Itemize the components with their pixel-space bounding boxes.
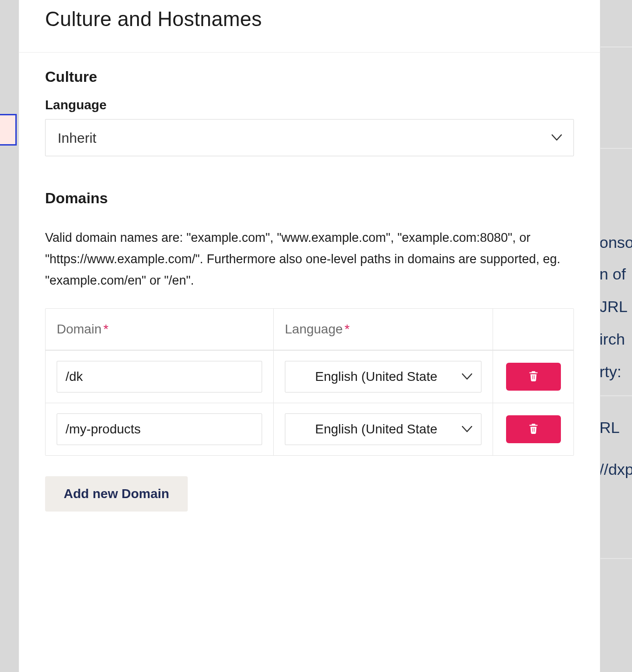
table-row: English (United State [46,350,573,403]
delete-row-button[interactable] [506,363,561,391]
dialog-body: Culture Language Inherit Domains Valid d… [19,53,600,512]
col-header-language-label: Language [285,322,343,336]
col-header-domain-label: Domain [57,322,101,336]
culture-hostnames-dialog: Culture and Hostnames Culture Language I… [19,0,600,672]
required-marker: * [345,322,350,336]
bg-text-fragment: onso [599,233,632,252]
col-header-language: Language* [273,309,493,350]
domain-input[interactable] [57,361,262,393]
trash-icon [527,422,540,436]
dialog-header: Culture and Hostnames [19,0,600,53]
col-header-actions [493,309,573,350]
actions-cell [493,351,573,403]
language-select[interactable]: Inherit [45,119,574,156]
language-select-wrap: Inherit [45,119,574,156]
actions-cell [493,403,573,455]
bg-text-fragment: rty: [599,363,621,381]
bg-divider [599,148,632,149]
domain-input[interactable] [57,413,262,445]
domain-cell [46,403,273,455]
trash-icon [527,369,540,384]
domains-section-title: Domains [45,190,574,207]
language-label: Language [45,98,574,113]
domains-help-text: Valid domain names are: "example.com", "… [45,227,574,292]
add-domain-button[interactable]: Add new Domain [45,476,188,512]
bg-divider [599,47,632,47]
domain-cell [46,351,273,403]
row-language-select[interactable]: English (United State [285,361,481,393]
bg-divider [599,395,632,396]
dialog-title: Culture and Hostnames [45,7,574,31]
bg-text-fragment: n of [599,265,626,283]
language-cell: English (United State [273,403,493,455]
culture-section-title: Culture [45,68,574,86]
table-row: English (United State [46,403,573,455]
language-cell: English (United State [273,351,493,403]
bg-text-fragment: //dxp [599,460,632,479]
domains-table-head: Domain* Language* [46,309,573,350]
col-header-domain: Domain* [46,309,273,350]
delete-row-button[interactable] [506,415,561,443]
bg-text-fragment: JRL [599,298,627,316]
bg-divider [599,558,632,559]
required-marker: * [103,322,108,336]
domains-table: Domain* Language* English [45,308,574,456]
selection-chip [0,114,17,146]
bg-text-fragment: RL [599,419,619,437]
row-language-select[interactable]: English (United State [285,413,481,445]
bg-text-fragment: irch [599,330,625,348]
